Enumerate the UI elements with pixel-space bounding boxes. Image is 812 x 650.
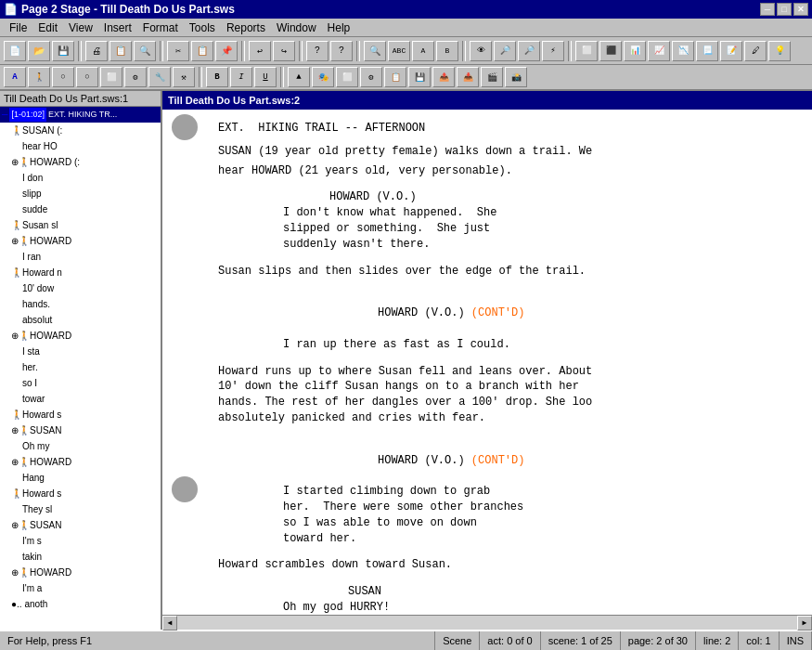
tree-dialog-16[interactable]: I'm s <box>0 533 161 549</box>
help-button[interactable]: ? <box>306 41 329 61</box>
t2-btn-14[interactable]: ⬜ <box>336 67 358 87</box>
print-button[interactable]: 🖨 <box>85 41 108 61</box>
tree-dialog-7[interactable]: hands. <box>0 296 161 312</box>
t2-btn-4[interactable]: ○ <box>76 67 98 87</box>
tree-dialog-17[interactable]: takin <box>0 549 161 565</box>
tree-dialog-3[interactable]: slipp <box>0 186 161 202</box>
tree-dialog-14[interactable]: Hang <box>0 470 161 486</box>
t2-btn-9[interactable]: B <box>206 67 228 87</box>
icon-8[interactable]: 📈 <box>648 41 670 61</box>
t2-btn-2[interactable]: 🚶 <box>28 67 50 87</box>
minimize-button[interactable]: ─ <box>760 3 775 16</box>
format-a[interactable]: A <box>412 41 434 61</box>
tree-susan-2[interactable]: ⊕🚶SUSAN <box>0 422 161 438</box>
tree-dialog-6[interactable]: 10' dow <box>0 280 161 296</box>
script-area[interactable]: EXT. HIKING TRAIL -- AFTERNOON SUSAN (19… <box>162 110 812 615</box>
tree-dialog-13[interactable]: Oh my <box>0 438 161 454</box>
t2-btn-6[interactable]: ⚙ <box>124 67 147 87</box>
icon-2[interactable]: 🔎 <box>494 41 516 61</box>
tree-howard-action-2[interactable]: 🚶Howard s <box>0 407 161 422</box>
tree-more[interactable]: ●.. anoth <box>0 596 161 612</box>
t2-btn-20[interactable]: 🎬 <box>481 67 503 87</box>
icon-10[interactable]: 📃 <box>696 41 718 61</box>
tree-dialog-4[interactable]: sudde <box>0 202 161 217</box>
print2-button[interactable]: 📋 <box>110 41 132 61</box>
t2-btn-12[interactable]: ▲ <box>288 67 310 87</box>
t2-btn-1[interactable]: A <box>4 67 26 87</box>
open-button[interactable]: 📂 <box>28 41 50 61</box>
tree-dialog-8[interactable]: absolut <box>0 312 161 328</box>
cut-button[interactable]: ✂ <box>167 41 189 61</box>
tree-howard-2[interactable]: ⊕🚶HOWARD <box>0 233 161 249</box>
t2-btn-13[interactable]: 🎭 <box>312 67 334 87</box>
format-b[interactable]: B <box>436 41 458 61</box>
tree-howard-3[interactable]: ⊕🚶HOWARD <box>0 328 161 344</box>
tree-dialog-1[interactable]: hear HO <box>0 138 161 154</box>
new-button[interactable]: 📄 <box>4 41 26 61</box>
t2-btn-5[interactable]: ⬜ <box>100 67 122 87</box>
menu-help[interactable]: Help <box>322 20 356 36</box>
undo-button[interactable]: ↩ <box>249 41 271 61</box>
menu-view[interactable]: View <box>63 20 98 36</box>
scene-button[interactable]: ABC <box>388 41 410 61</box>
tree-howard-action-3[interactable]: 🚶Howard s <box>0 486 161 501</box>
t2-btn-16[interactable]: 📋 <box>384 67 406 87</box>
t2-btn-8[interactable]: ⚒ <box>173 67 195 87</box>
icon-9[interactable]: 📉 <box>672 41 694 61</box>
tree-susan-3[interactable]: ⊕🚶SUSAN <box>0 517 161 533</box>
menu-insert[interactable]: Insert <box>98 20 137 36</box>
t2-btn-11[interactable]: U <box>254 67 277 87</box>
icon-7[interactable]: 📊 <box>624 41 646 61</box>
tree-dialog-9[interactable]: I sta <box>0 344 161 359</box>
tree-dialog-11[interactable]: so I <box>0 375 161 391</box>
tree-howard-5[interactable]: ⊕🚶HOWARD <box>0 565 161 580</box>
tree-item-scene1[interactable]: ─ [1-01:02] EXT. HIKING TR... <box>0 107 161 123</box>
icon-4[interactable]: ⚡ <box>542 41 564 61</box>
icon-1[interactable]: 👁 <box>470 41 492 61</box>
t2-btn-17[interactable]: 💾 <box>408 67 431 87</box>
tree-dialog-12[interactable]: towar <box>0 391 161 407</box>
tree-dialog-15[interactable]: They sl <box>0 501 161 517</box>
paste-button[interactable]: 📌 <box>215 41 238 61</box>
icon-5[interactable]: ⬜ <box>575 41 598 61</box>
t2-btn-18[interactable]: 📤 <box>432 67 455 87</box>
tree-dialog-5[interactable]: I ran <box>0 249 161 265</box>
menu-format[interactable]: Format <box>137 20 184 36</box>
tree-howard-1[interactable]: ⊕🚶HOWARD (: <box>0 154 161 170</box>
icon-12[interactable]: 🖊 <box>744 41 767 61</box>
tree-dialog-18[interactable]: I'm a <box>0 580 161 596</box>
menu-file[interactable]: File <box>4 20 32 36</box>
icon-11[interactable]: 📝 <box>720 41 742 61</box>
help2-button[interactable]: ? <box>330 41 353 61</box>
tree-susan-1[interactable]: 🚶SUSAN (: <box>0 123 161 138</box>
find-button[interactable]: 🔍 <box>364 41 386 61</box>
menu-tools[interactable]: Tools <box>184 20 221 36</box>
tree-susan-action-1[interactable]: 🚶Susan sl <box>0 217 161 233</box>
t2-btn-10[interactable]: I <box>230 67 252 87</box>
copy-button[interactable]: 📋 <box>191 41 213 61</box>
tree-dialog-10[interactable]: her. <box>0 359 161 375</box>
t2-btn-19[interactable]: 📥 <box>457 67 479 87</box>
close-button[interactable]: ✕ <box>793 3 808 16</box>
horizontal-scrollbar[interactable]: ◀ ▶ <box>162 615 812 630</box>
preview-button[interactable]: 🔍 <box>134 41 156 61</box>
t2-btn-21[interactable]: 📸 <box>505 67 527 87</box>
save-button[interactable]: 💾 <box>52 41 74 61</box>
scroll-track[interactable] <box>177 616 797 630</box>
t2-btn-7[interactable]: 🔧 <box>148 67 171 87</box>
tree-howard-4[interactable]: ⊕🚶HOWARD <box>0 454 161 470</box>
tree-dialog-2[interactable]: I don <box>0 170 161 186</box>
menu-window[interactable]: Window <box>271 20 322 36</box>
maximize-button[interactable]: □ <box>777 3 792 16</box>
icon-3[interactable]: 🔎 <box>518 41 540 61</box>
t2-btn-15[interactable]: ⚙ <box>360 67 382 87</box>
menu-edit[interactable]: Edit <box>32 20 63 36</box>
menu-reports[interactable]: Reports <box>221 20 271 36</box>
redo-button[interactable]: ↪ <box>273 41 295 61</box>
t2-btn-3[interactable]: ○ <box>52 67 74 87</box>
icon-13[interactable]: 💡 <box>768 41 791 61</box>
icon-6[interactable]: ⬛ <box>599 41 622 61</box>
scroll-right-button[interactable]: ▶ <box>797 616 812 630</box>
tree-howard-action-1[interactable]: 🚶Howard n <box>0 265 161 280</box>
scroll-left-button[interactable]: ◀ <box>162 616 177 630</box>
